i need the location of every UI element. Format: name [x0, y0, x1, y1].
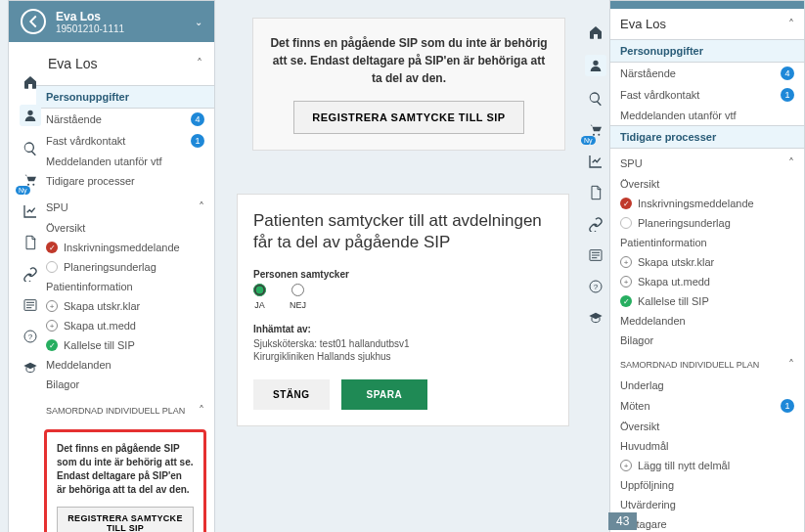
right-content: Eva Los ˄ Personuppgifter Närstående4 Fa…	[610, 9, 804, 532]
row-uppfoljning[interactable]: Uppföljning	[610, 475, 804, 495]
home-icon[interactable]	[587, 23, 604, 41]
row-skapa-utskr[interactable]: +Skapa utskr.klar	[36, 296, 214, 316]
header-id: 19501210-1111	[56, 23, 124, 34]
left-panel: Eva Los 19501210-1111 ⌄ ? Eva Los ˄ Pers…	[8, 0, 215, 532]
back-button[interactable]	[21, 9, 46, 34]
row-spu-r[interactable]: SPU˄	[610, 149, 804, 174]
consent-title: Patienten samtycker till att avdelningen…	[253, 210, 553, 253]
row-inskrivning[interactable]: ✓Inskrivningsmeddelande	[36, 238, 214, 257]
register-consent-button-popup[interactable]: REGISTRERA SAMTYCKE TILL SIP	[293, 101, 523, 134]
consent-label: Personen samtycker	[253, 269, 553, 280]
panel-header: Eva Los 19501210-1111 ⌄	[9, 1, 214, 42]
row-planering-r[interactable]: Planeringsunderlag	[610, 213, 804, 233]
row-huvudmal[interactable]: Huvudmål	[610, 436, 804, 456]
svg-point-5	[593, 134, 595, 136]
section-personuppgifter[interactable]: Personuppgifter	[36, 85, 214, 109]
row-bilagor[interactable]: Bilagor	[36, 375, 214, 394]
svg-text:?: ?	[28, 332, 33, 341]
radio-nej-input[interactable]	[291, 284, 304, 296]
row-kallelse[interactable]: ✓Kallelse till SIP	[36, 335, 214, 355]
patient-title-row-r[interactable]: Eva Los ˄	[610, 9, 804, 39]
row-narstaende[interactable]: Närstående4	[36, 109, 214, 130]
sip-alert-box: Det finns en pågående SIP som du inte är…	[44, 429, 206, 532]
chevron-up-icon: ˄	[788, 156, 794, 170]
page-number: 43	[608, 512, 637, 530]
document-icon[interactable]	[22, 234, 39, 251]
header-name: Eva Los	[56, 10, 124, 23]
row-spu[interactable]: SPU˄	[36, 191, 214, 218]
person-icon[interactable]	[585, 55, 606, 76]
row-samordnad-r[interactable]: SAMORDNAD INDIVIDUELL PLAN˄	[610, 350, 804, 376]
section-personuppgifter-r[interactable]: Personuppgifter	[610, 39, 804, 63]
row-utvardering[interactable]: Utvärdering	[610, 495, 804, 514]
row-patientinfo-r[interactable]: Patientinformation	[610, 233, 804, 252]
sip-info-text: Det finns en pågående SIP som du inte är…	[269, 34, 549, 87]
close-button[interactable]: STÄNG	[253, 379, 330, 410]
news-icon[interactable]	[587, 246, 604, 264]
register-consent-button[interactable]: REGISTRERA SAMTYCKE TILL SIP	[57, 507, 194, 532]
chevron-up-icon: ˄	[199, 404, 204, 418]
news-icon[interactable]	[22, 296, 39, 314]
row-patientinfo[interactable]: Patientinformation	[36, 277, 214, 296]
row-inskrivning-r[interactable]: ✓Inskrivningsmeddelande	[610, 194, 804, 213]
cart-icon[interactable]	[587, 121, 604, 139]
patient-name: Eva Los	[48, 56, 98, 71]
status-dot-empty	[46, 261, 58, 273]
row-bilagor-r[interactable]: Bilagor	[610, 331, 804, 350]
help-icon[interactable]: ?	[587, 278, 604, 295]
save-button[interactable]: SPARA	[341, 379, 428, 410]
person-icon[interactable]	[20, 105, 41, 126]
row-deltagare[interactable]: Deltagare	[610, 514, 804, 532]
inhamtat-line2: Kirurgikliniken Hallands sjukhus	[253, 351, 553, 362]
row-medd-utanfor-r[interactable]: Meddelanden utanför vtf	[610, 106, 804, 125]
grad-icon[interactable]	[22, 359, 39, 377]
grad-icon[interactable]	[587, 309, 604, 327]
row-planering[interactable]: Planeringsunderlag	[36, 257, 214, 277]
home-icon[interactable]	[22, 73, 39, 91]
chevron-up-icon: ˄	[197, 57, 202, 70]
help-icon[interactable]: ?	[22, 328, 39, 345]
status-dot-green: ✓	[46, 339, 58, 351]
svg-point-0	[27, 184, 29, 186]
row-kallelse-r[interactable]: ✓Kallelse till SIP	[610, 291, 804, 311]
search-icon[interactable]	[587, 90, 604, 108]
row-oversikt-r[interactable]: Översikt	[610, 174, 804, 194]
row-skapa-utmedd-r[interactable]: +Skapa ut.medd	[610, 272, 804, 291]
cart-icon[interactable]	[22, 171, 39, 189]
row-meddelanden[interactable]: Meddelanden	[36, 355, 214, 375]
radio-ja-input[interactable]	[253, 284, 266, 296]
row-fast-vardkontakt[interactable]: Fast vårdkontakt1	[36, 130, 214, 152]
patient-name-r: Eva Los	[620, 17, 666, 31]
section-tidigare-r[interactable]: Tidigare processer	[610, 125, 804, 149]
radio-ja[interactable]: JA	[253, 284, 266, 310]
row-samordnad[interactable]: SAMORDNAD INDIVIDUELL PLAN˄	[36, 394, 214, 421]
consent-radios: JA NEJ	[253, 284, 553, 310]
right-header-strip	[610, 1, 804, 9]
plus-icon: +	[46, 320, 58, 332]
row-meddelanden-utanfor[interactable]: Meddelanden utanför vtf	[36, 152, 214, 171]
sip-info-popup: Det finns en pågående SIP som du inte är…	[252, 18, 565, 151]
svg-point-6	[598, 134, 600, 136]
row-skapa-utmedd[interactable]: +Skapa ut.medd	[36, 316, 214, 335]
row-underlag[interactable]: Underlag	[610, 376, 804, 395]
row-fast-r[interactable]: Fast vårdkontakt1	[610, 84, 804, 106]
row-skapa-utskr-r[interactable]: +Skapa utskr.klar	[610, 252, 804, 272]
link-icon[interactable]	[22, 265, 39, 283]
row-tidigare-processer[interactable]: Tidigare processer	[36, 171, 214, 191]
radio-nej[interactable]: NEJ	[290, 284, 306, 310]
row-oversikt2[interactable]: Översikt	[610, 417, 804, 436]
chart-icon[interactable]	[22, 202, 39, 220]
row-narstaende-r[interactable]: Närstående4	[610, 63, 804, 84]
row-lagg-delmal[interactable]: +Lägg till nytt delmål	[610, 456, 804, 475]
row-meddelanden-r[interactable]: Meddelanden	[610, 311, 804, 331]
search-icon[interactable]	[22, 140, 39, 157]
link-icon[interactable]	[587, 215, 604, 233]
caret-down-icon[interactable]: ⌄	[195, 17, 202, 27]
badge: 4	[191, 112, 204, 126]
chart-icon[interactable]	[587, 153, 604, 170]
document-icon[interactable]	[587, 184, 604, 201]
right-panel: Eva Los ˄ Personuppgifter Närstående4 Fa…	[609, 0, 805, 532]
row-oversikt[interactable]: Översikt	[36, 218, 214, 238]
row-moten[interactable]: Möten1	[610, 395, 804, 417]
patient-title-row[interactable]: Eva Los ˄	[36, 42, 214, 85]
